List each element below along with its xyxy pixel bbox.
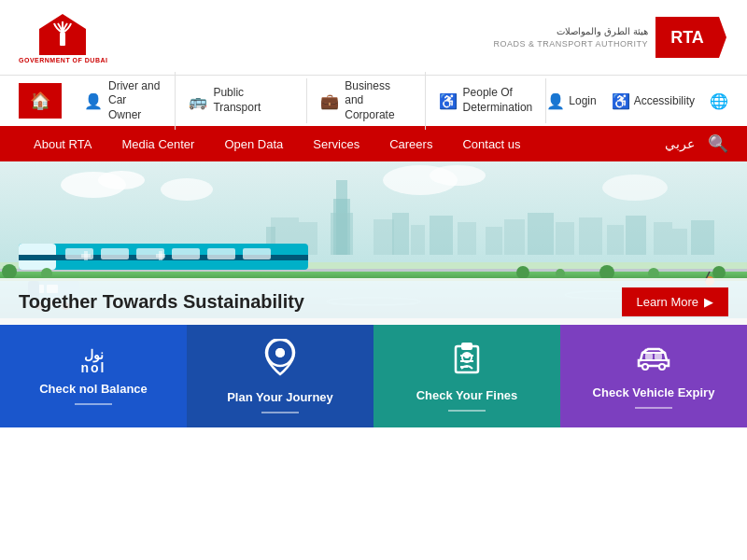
menu-open-data[interactable]: Open Data [209, 126, 298, 161]
bus-icon: 🚌 [189, 92, 207, 110]
svg-rect-28 [654, 222, 672, 255]
banner-text: Together Towards Sustainability [19, 291, 304, 313]
svg-rect-53 [81, 254, 91, 258]
learn-more-label: Learn More [637, 295, 698, 309]
language-button[interactable]: 🌐 [710, 92, 728, 110]
svg-rect-55 [156, 254, 165, 258]
login-icon: 👤 [546, 92, 565, 110]
svg-point-5 [98, 171, 145, 189]
menu-contact-us[interactable]: Contact us [447, 126, 535, 161]
nav-home-button[interactable]: 🏠 [19, 83, 62, 119]
briefcase-icon: 💼 [320, 92, 339, 110]
rta-badge-icon: RTA [654, 17, 728, 58]
nav-bar: 🏠 👤 Driver and Car Owner 🚌 Public Transp… [0, 75, 747, 126]
svg-rect-89 [655, 354, 662, 359]
svg-rect-81 [461, 343, 472, 350]
svg-rect-17 [392, 213, 409, 255]
login-button[interactable]: 👤 Login [546, 92, 596, 110]
nav-item-business[interactable]: 💼 Business and Corporate [307, 72, 425, 131]
svg-rect-16 [374, 219, 394, 255]
learn-more-button[interactable]: Learn More ▶ [622, 287, 728, 316]
tile-nol-balance[interactable]: نول nol Check nol Balance [0, 325, 187, 427]
rta-badge-container: RTA [654, 17, 728, 58]
svg-rect-27 [626, 216, 646, 255]
gov-text-label: GOVERNMENT OF DUBAI [19, 57, 107, 63]
red-menu-bar: About RTA Media Center Open Data Service… [0, 126, 747, 161]
svg-rect-80 [456, 346, 478, 372]
gov-emblem-icon [37, 12, 89, 57]
tile-expiry-label: Check Vehicle Expiry [593, 385, 715, 399]
tile-nol-label: Check nol Balance [39, 382, 148, 396]
nav-right: 👤 Login ♿ Accessibility 🌐 [546, 92, 728, 110]
svg-rect-47 [101, 248, 129, 259]
svg-rect-25 [579, 217, 602, 255]
svg-rect-21 [486, 227, 502, 255]
red-menu-right: عربي 🔍 [665, 133, 728, 154]
car-icon [635, 343, 672, 378]
svg-rect-51 [243, 248, 271, 259]
rta-arabic-text: هيئة الطرق والمواصلات ROADS & TRANSPORT … [493, 25, 648, 50]
tile-plan-journey[interactable]: Plan Your Journey [187, 325, 374, 427]
nav-item-public-transport[interactable]: 🚌 Public Transport [176, 78, 307, 122]
menu-services[interactable]: Services [298, 126, 374, 161]
svg-rect-20 [458, 222, 476, 255]
a11y-icon: ♿ [612, 92, 630, 110]
location-pin-icon [264, 339, 296, 383]
svg-rect-22 [504, 219, 525, 255]
home-icon: 🏠 [30, 91, 50, 111]
svg-rect-18 [411, 225, 425, 255]
accessibility-label: Accessibility [634, 94, 695, 107]
person-icon: 👤 [84, 92, 103, 110]
svg-rect-29 [672, 229, 687, 255]
quick-tiles-section: نول nol Check nol Balance Plan Your Jour… [0, 325, 747, 427]
svg-point-86 [464, 353, 470, 358]
gov-logo: GOVERNMENT OF DUBAI [19, 12, 107, 63]
menu-careers[interactable]: Careers [374, 126, 447, 161]
svg-rect-50 [207, 248, 235, 259]
svg-rect-0 [60, 33, 65, 46]
svg-text:RTA: RTA [670, 28, 704, 47]
accessibility-button[interactable]: ♿ Accessibility [612, 92, 695, 110]
tile-fines-label: Check Your Fines [416, 388, 518, 402]
svg-rect-49 [172, 248, 200, 259]
logo-left: GOVERNMENT OF DUBAI [19, 12, 107, 63]
svg-point-93 [660, 365, 664, 369]
menu-about-rta[interactable]: About RTA [19, 126, 106, 161]
svg-rect-24 [556, 222, 574, 255]
arrow-icon: ▶ [704, 295, 713, 309]
svg-point-79 [275, 348, 285, 357]
globe-icon: 🌐 [710, 92, 728, 110]
svg-point-6 [161, 178, 213, 201]
hero-banner: Together Towards Sustainability Learn Mo… [0, 278, 747, 325]
nav-item-driver[interactable]: 👤 Driver and Car Owner [71, 72, 176, 131]
svg-point-91 [643, 365, 647, 369]
accessibility-icon: ♿ [439, 92, 458, 110]
login-label: Login [569, 94, 596, 107]
svg-point-57 [2, 264, 17, 279]
svg-point-9 [602, 175, 668, 201]
rta-logo-right: هيئة الطرق والمواصلات ROADS & TRANSPORT … [493, 17, 728, 58]
nav-item-determination[interactable]: ♿ People Of Determination [426, 78, 547, 122]
tile-check-fines[interactable]: Check Your Fines [374, 325, 560, 427]
arabic-language-button[interactable]: عربي [665, 136, 695, 151]
hero-section: Together Towards Sustainability Learn Mo… [0, 161, 747, 325]
svg-rect-23 [528, 213, 554, 255]
tile-journey-label: Plan Your Journey [227, 390, 333, 404]
clipboard-icon [452, 341, 482, 381]
svg-rect-19 [430, 216, 453, 255]
svg-point-63 [712, 266, 726, 279]
svg-rect-30 [691, 220, 714, 255]
top-bar: GOVERNMENT OF DUBAI هيئة الطرق والمواصلا… [0, 0, 747, 75]
svg-point-8 [430, 165, 486, 186]
search-button[interactable]: 🔍 [708, 133, 728, 154]
svg-rect-26 [607, 225, 624, 255]
svg-point-60 [556, 269, 565, 278]
tile-vehicle-expiry[interactable]: Check Vehicle Expiry [560, 325, 747, 427]
svg-rect-12 [331, 213, 353, 255]
menu-media-center[interactable]: Media Center [106, 126, 209, 161]
svg-point-59 [516, 266, 529, 279]
svg-rect-88 [645, 354, 653, 359]
